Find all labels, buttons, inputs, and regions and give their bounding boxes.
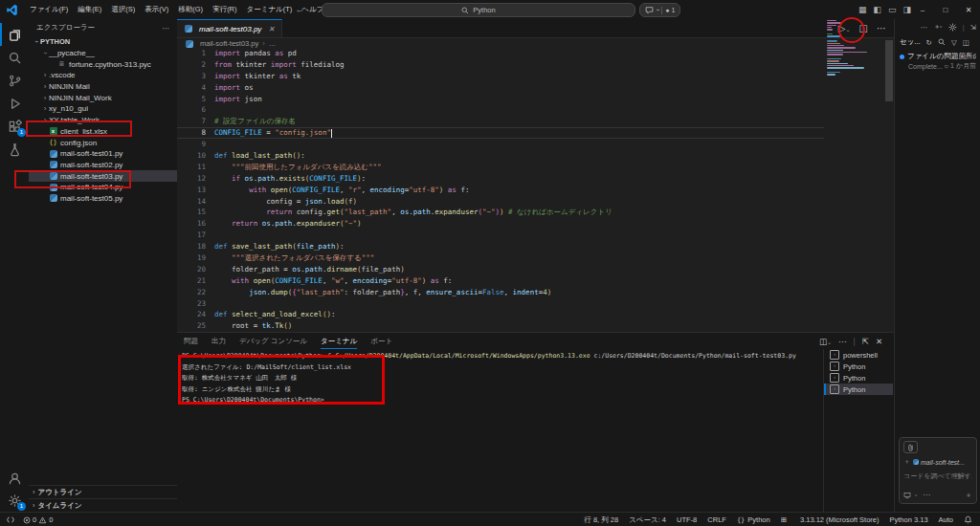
tree-item-XY-table_Work[interactable]: ›XY-table_Work <box>29 115 177 126</box>
activity-extensions-icon[interactable]: 1 <box>0 115 29 138</box>
panel-tab-デバッグ コンソール[interactable]: デバッグ コンソール <box>239 333 307 349</box>
tree-item-PYTHON[interactable]: ›PYTHON <box>29 36 177 48</box>
menu-3[interactable]: 表示(V) <box>140 5 173 13</box>
view-mode-icon[interactable]: ◫ <box>963 38 969 47</box>
search-icon[interactable] <box>938 38 946 46</box>
terminal-instance-Python[interactable]: ›Python <box>824 384 893 395</box>
editor-more-actions-icon[interactable]: ⋯ <box>877 23 886 33</box>
close-panel-icon[interactable]: ✕ <box>876 337 882 346</box>
activity-explorer-icon[interactable] <box>0 23 29 46</box>
tree-item-xy_n10_gui[interactable]: ›xy_n10_gui <box>29 103 177 115</box>
panel-tab-問題[interactable]: 問題 <box>184 333 198 349</box>
menu-5[interactable]: 実行(R) <box>208 5 241 13</box>
menu-4[interactable]: 移動(G) <box>173 5 208 13</box>
tree-item-fortune.cpython-313.pyc[interactable]: ≣fortune.cpython-313.pyc <box>29 58 177 70</box>
nav-forward-icon[interactable]: → <box>306 3 320 16</box>
attach-context-button[interactable] <box>903 441 918 453</box>
tree-item-client_list.xlsx[interactable]: xclient_list.xlsx <box>29 126 177 138</box>
tree-item-config.json[interactable]: {}config.json <box>29 137 177 148</box>
tree-item-.vscode[interactable]: ›.vscode <box>29 70 177 81</box>
send-button[interactable]: ＋ <box>965 490 972 500</box>
status-item-UTF-8[interactable]: UTF-8 <box>677 515 697 524</box>
python-icon <box>185 25 192 33</box>
nav-back-icon[interactable]: ← <box>293 3 306 16</box>
context-file-chip[interactable]: mail-soft-test... <box>913 459 965 466</box>
panel-tab-ターミナル[interactable]: ターミナル <box>321 333 357 349</box>
panel-tab-ポート[interactable]: ポート <box>370 333 392 349</box>
terminal-output[interactable]: PS C:\Users\D200404t\Documents\Python> &… <box>182 351 821 509</box>
new-chat-icon[interactable]: ＋› <box>933 22 943 32</box>
status-item-Python 3.13[interactable]: Python 3.13 <box>890 515 928 524</box>
status-item-スペース: 4[interactable]: スペース: 4 <box>629 515 666 525</box>
title-bar: ファイル(F)編集(E)選択(S)表示(V)移動(G)実行(R)ターミナル(T)… <box>0 0 980 20</box>
tree-item-mail-soft-test04.py[interactable]: mail-soft-test04.py <box>29 182 177 193</box>
panel-tab-出力[interactable]: 出力 <box>212 333 226 349</box>
tree-item-mail-soft-test03.py[interactable]: mail-soft-test03.py <box>29 170 177 182</box>
maximize-button[interactable]: □ <box>934 0 957 19</box>
launch-profile-icon[interactable]: ◫⌄ <box>819 337 832 346</box>
copilot-badge[interactable]: › ● 1 <box>639 3 680 17</box>
filter-icon[interactable]: ▽ <box>951 38 957 47</box>
chat-session-item[interactable]: ファイルの問題箇所の... Complete... 1 か月前 <box>895 50 980 73</box>
toggle-sidebar-icon[interactable]: ◧ <box>873 5 881 14</box>
refresh-icon[interactable]: ↻ <box>926 38 932 47</box>
toggle-panel-icon[interactable]: ▭ <box>888 5 897 14</box>
minimize-button[interactable]: – <box>911 0 934 19</box>
add-context-icon[interactable]: ＋ <box>903 457 910 467</box>
tab-close-icon[interactable]: ✕ <box>268 25 275 33</box>
explorer-more-actions-icon[interactable]: ⋯ <box>163 24 170 33</box>
panel-more-actions-icon[interactable]: ⋯ <box>838 337 847 346</box>
maximize-panel-icon[interactable]: ⇱ <box>862 337 869 346</box>
device-picker-icon[interactable] <box>903 492 911 499</box>
minimap[interactable] <box>825 20 869 303</box>
expand-chat-icon[interactable]: ⇲ <box>970 23 976 32</box>
status-item-3.13.12 (Microsoft Store)[interactable]: 3.13.12 (Microsoft Store) <box>800 515 880 524</box>
status-item-Auto[interactable]: Auto <box>939 515 953 524</box>
terminal-instance-powershell[interactable]: ›powershell <box>824 349 893 361</box>
sessions-tab[interactable]: セッ... <box>900 37 921 47</box>
python-icon <box>913 459 919 465</box>
tree-item-mail-soft-test02.py[interactable]: mail-soft-test02.py <box>29 160 177 171</box>
activity-source-control-icon[interactable] <box>0 69 29 92</box>
tree-item-NINJIN Mail[interactable]: ›NINJIN Mail <box>29 81 177 93</box>
code-line-6: 6 <box>177 104 824 116</box>
toggle-secondary-sidebar-icon[interactable]: ◨ <box>902 5 911 14</box>
menu-2[interactable]: 選択(S) <box>106 5 140 13</box>
activity-run-debug-icon[interactable] <box>0 92 29 115</box>
customize-layout-icon[interactable]: ▦ <box>858 5 867 14</box>
tree-item-mail-soft-test01.py[interactable]: mail-soft-test01.py <box>29 148 177 160</box>
chat-options-icon[interactable]: ⋯ <box>923 491 930 499</box>
close-button[interactable]: ✕ <box>957 0 980 19</box>
code-editor[interactable]: 1import pandas as pd2from tkinter import… <box>177 48 894 332</box>
tree-item-__pycache__[interactable]: ›__pycache__ <box>29 48 177 59</box>
activity-account-icon[interactable] <box>0 467 29 490</box>
chat-more-icon[interactable]: ⋯ <box>921 23 928 32</box>
status-item-Python[interactable]: {}Python <box>737 515 770 524</box>
command-center-search[interactable]: Python <box>322 3 635 17</box>
editor-scrollbar[interactable] <box>885 40 893 101</box>
tab-mail-soft-test03[interactable]: mail-soft-test03.py ✕ <box>177 19 282 37</box>
sidebar-section-0[interactable]: ›アウトライン <box>29 485 177 498</box>
activity-search-icon[interactable] <box>0 46 29 69</box>
notifications-bell-icon[interactable] <box>964 515 972 524</box>
menu-bar: ファイル(F)編集(E)選択(S)表示(V)移動(G)実行(R)ターミナル(T)… <box>25 5 339 14</box>
menu-6[interactable]: ターミナル(T) <box>242 5 298 13</box>
status-item-行 8, 列 28[interactable]: 行 8, 列 28 <box>584 515 618 525</box>
menu-1[interactable]: 編集(E) <box>73 5 106 13</box>
status-item-CRLF[interactable]: CRLF <box>707 515 726 524</box>
status-item-grid[interactable]: ⊞ <box>781 515 790 524</box>
chat-input-box[interactable]: ＋ mail-soft-test... コードを調べて理解す... › ⋯ ＋ <box>899 437 977 504</box>
menu-0[interactable]: ファイル(F) <box>25 5 73 13</box>
sidebar-section-1[interactable]: ›タイムライン <box>29 498 177 512</box>
terminal-instance-Python[interactable]: ›Python <box>824 372 893 384</box>
terminal-instance-Python[interactable]: ›Python <box>824 361 893 372</box>
tree-item-mail-soft-test05.py[interactable]: mail-soft-test05.py <box>29 193 177 205</box>
terminal-line-0: PS C:\Users\D200404t\Documents\Python> &… <box>182 351 821 362</box>
activity-testing-icon[interactable] <box>0 138 29 161</box>
problems-status[interactable]: 0 0 <box>23 515 53 524</box>
text-cursor <box>331 129 332 138</box>
activity-settings-icon[interactable]: 1 <box>0 489 29 512</box>
remote-indicator-icon[interactable] <box>6 515 15 524</box>
tree-item-NINJIN Mail_Work[interactable]: ›NINJIN Mail_Work <box>29 92 177 103</box>
gear-icon[interactable] <box>948 23 957 32</box>
